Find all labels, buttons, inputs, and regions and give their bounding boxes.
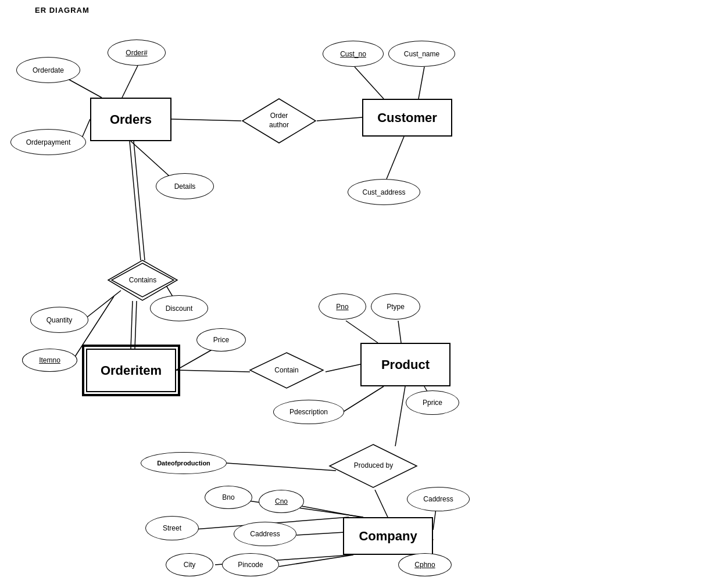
svg-line-4 xyxy=(317,117,362,121)
attr-price: Price xyxy=(196,328,246,352)
svg-line-15 xyxy=(135,301,137,349)
attr-orderhash: Order# xyxy=(108,40,166,66)
entity-orders: Orders xyxy=(90,98,171,141)
attr-city: City xyxy=(166,553,213,576)
svg-line-25 xyxy=(227,463,336,471)
attr-custaddress: Cust_address xyxy=(348,179,420,205)
attr-dateofproduction: Dateofproduction xyxy=(141,452,227,474)
svg-line-3 xyxy=(171,119,241,121)
attr-pprice: Pprice xyxy=(406,390,459,415)
svg-line-18 xyxy=(326,364,360,372)
svg-line-9 xyxy=(130,141,141,260)
attr-cphno: Cphno xyxy=(398,553,452,576)
attr-cno: Cno xyxy=(259,490,304,513)
attr-pdescription: Pdescription xyxy=(273,400,344,424)
diamond-contain: Contain xyxy=(249,352,324,389)
svg-line-19 xyxy=(346,321,378,343)
svg-line-1 xyxy=(122,66,138,98)
attr-caddress2: Caddress xyxy=(234,522,296,546)
attr-orderpayment: Orderpayment xyxy=(10,129,86,155)
attr-street: Street xyxy=(145,516,199,540)
svg-line-20 xyxy=(398,321,401,343)
entity-customer: Customer xyxy=(362,99,452,137)
svg-line-10 xyxy=(134,141,145,260)
diamond-contains: Contains xyxy=(106,259,179,302)
svg-line-21 xyxy=(343,386,384,412)
svg-line-17 xyxy=(176,370,250,372)
attr-bno: Bno xyxy=(205,486,252,509)
svg-line-23 xyxy=(395,386,405,446)
svg-line-24 xyxy=(375,490,388,517)
svg-line-14 xyxy=(131,301,133,349)
entity-company: Company xyxy=(343,517,433,555)
svg-line-8 xyxy=(387,137,404,179)
attr-orderdate: Orderdate xyxy=(16,57,80,83)
svg-line-32 xyxy=(279,555,353,567)
attr-details: Details xyxy=(156,173,214,199)
attr-quantity: Quantity xyxy=(30,307,88,333)
attr-itemno: Itemno xyxy=(22,349,77,372)
attr-pno: Pno xyxy=(319,293,366,320)
er-diagram: ER DIAGRAM xyxy=(0,0,708,588)
diamond-order-author: Order author xyxy=(241,98,317,144)
attr-ptype: Ptype xyxy=(371,293,420,320)
svg-line-6 xyxy=(355,67,384,99)
attr-custno: Cust_no xyxy=(323,41,384,67)
entity-product: Product xyxy=(360,343,450,386)
svg-line-7 xyxy=(419,67,424,99)
entity-orderitem: Orderitem xyxy=(86,349,176,392)
diagram-title: ER DIAGRAM xyxy=(35,6,90,15)
attr-caddress-right: Caddress xyxy=(407,487,470,511)
diamond-produced-by: Produced by xyxy=(328,443,419,489)
attr-custname: Cust_name xyxy=(388,41,455,67)
attr-pincode: Pincode xyxy=(222,553,279,576)
